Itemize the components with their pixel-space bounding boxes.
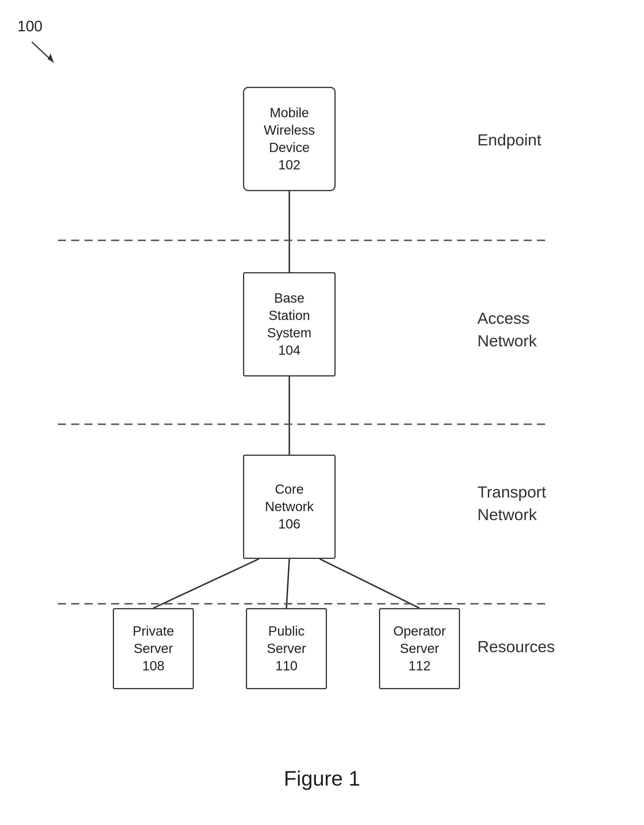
mobile-line2: Wireless	[264, 122, 315, 139]
private-server-node: Private Server 108	[113, 608, 194, 689]
base-line3: System	[267, 324, 311, 342]
access-network-label: Access Network	[478, 307, 537, 352]
public-line2: Server	[267, 640, 306, 657]
svg-line-0	[32, 42, 54, 62]
operator-line2: Server	[400, 640, 439, 657]
core-line1: Core	[275, 481, 304, 498]
mobile-line4: 102	[278, 156, 300, 174]
mobile-line1: Mobile	[270, 104, 309, 122]
private-line3: 108	[142, 657, 165, 675]
figure-caption: Figure 1	[0, 766, 644, 790]
base-line4: 104	[278, 342, 300, 359]
base-station-system-node: Base Station System 104	[243, 272, 336, 377]
operator-server-node: Operator Server 112	[379, 608, 460, 689]
public-server-node: Public Server 110	[246, 608, 327, 689]
svg-line-6	[320, 559, 419, 608]
public-line3: 110	[276, 657, 298, 675]
operator-line1: Operator	[393, 623, 446, 640]
svg-line-4	[287, 559, 289, 608]
private-line2: Server	[134, 640, 173, 657]
public-line1: Public	[268, 623, 304, 640]
ref-number: 100	[17, 17, 43, 35]
core-network-node: Core Network 106	[243, 455, 336, 559]
svg-line-5	[153, 559, 259, 608]
core-line2: Network	[265, 498, 314, 516]
diagram-container: 100 Mobile Wireless Device 102 Base	[0, 0, 644, 825]
mobile-line3: Device	[269, 139, 310, 156]
transport-network-label: Transport Network	[478, 481, 546, 526]
resources-label: Resources	[478, 637, 555, 656]
base-line1: Base	[274, 290, 305, 307]
endpoint-label: Endpoint	[478, 130, 541, 149]
svg-marker-1	[48, 54, 54, 62]
core-line3: 106	[278, 516, 300, 533]
operator-line3: 112	[408, 657, 431, 675]
mobile-wireless-device-node: Mobile Wireless Device 102	[243, 87, 336, 191]
base-line2: Station	[268, 307, 310, 324]
private-line1: Private	[132, 623, 174, 640]
